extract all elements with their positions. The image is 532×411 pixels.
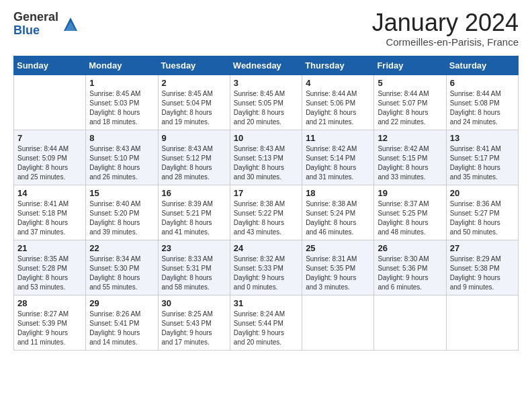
cell-week1-day1: 8Sunrise: 8:43 AM Sunset: 5:10 PM Daylig… xyxy=(86,130,158,185)
day-number: 28 xyxy=(17,298,82,308)
day-number: 1 xyxy=(89,78,154,88)
day-number: 17 xyxy=(234,188,298,198)
cell-week4-day1: 29Sunrise: 8:26 AM Sunset: 5:41 PM Dayli… xyxy=(86,295,158,351)
cell-week0-day4: 4Sunrise: 8:44 AM Sunset: 5:06 PM Daylig… xyxy=(302,75,374,130)
day-info: Sunrise: 8:33 AM Sunset: 5:31 PM Dayligh… xyxy=(162,255,226,292)
day-number: 19 xyxy=(378,188,442,198)
day-number: 11 xyxy=(306,133,370,143)
day-info: Sunrise: 8:43 AM Sunset: 5:10 PM Dayligh… xyxy=(89,144,154,182)
day-info: Sunrise: 8:26 AM Sunset: 5:41 PM Dayligh… xyxy=(89,310,154,347)
day-number: 15 xyxy=(89,188,154,198)
day-info: Sunrise: 8:44 AM Sunset: 5:08 PM Dayligh… xyxy=(450,89,515,127)
day-number: 20 xyxy=(450,188,515,198)
cell-week2-day0: 14Sunrise: 8:41 AM Sunset: 5:18 PM Dayli… xyxy=(14,185,86,240)
day-number: 26 xyxy=(378,243,442,253)
logo-blue-text: Blue xyxy=(13,24,58,38)
cell-week4-day6 xyxy=(446,295,518,351)
day-info: Sunrise: 8:43 AM Sunset: 5:13 PM Dayligh… xyxy=(234,144,298,182)
day-number: 9 xyxy=(162,133,226,143)
day-number: 16 xyxy=(162,188,226,198)
day-number: 14 xyxy=(17,188,82,198)
day-number: 13 xyxy=(450,133,515,143)
cell-week4-day3: 31Sunrise: 8:24 AM Sunset: 5:44 PM Dayli… xyxy=(230,295,302,351)
month-title: January 2024 xyxy=(372,11,519,35)
cell-week3-day1: 22Sunrise: 8:34 AM Sunset: 5:30 PM Dayli… xyxy=(86,240,158,295)
cell-week3-day6: 27Sunrise: 8:29 AM Sunset: 5:38 PM Dayli… xyxy=(446,240,518,295)
cell-week2-day1: 15Sunrise: 8:40 AM Sunset: 5:20 PM Dayli… xyxy=(86,185,158,240)
col-header-thursday: Thursday xyxy=(302,56,374,75)
location: Cormeilles-en-Parisis, France xyxy=(372,36,519,48)
day-info: Sunrise: 8:38 AM Sunset: 5:24 PM Dayligh… xyxy=(306,199,370,237)
cell-week2-day3: 17Sunrise: 8:38 AM Sunset: 5:22 PM Dayli… xyxy=(230,185,302,240)
cell-week3-day4: 25Sunrise: 8:31 AM Sunset: 5:35 PM Dayli… xyxy=(302,240,374,295)
day-info: Sunrise: 8:37 AM Sunset: 5:25 PM Dayligh… xyxy=(378,199,442,237)
day-number: 23 xyxy=(162,243,226,253)
cell-week2-day6: 20Sunrise: 8:36 AM Sunset: 5:27 PM Dayli… xyxy=(446,185,518,240)
day-info: Sunrise: 8:38 AM Sunset: 5:22 PM Dayligh… xyxy=(234,199,298,237)
day-number: 2 xyxy=(162,78,226,88)
day-number: 31 xyxy=(234,298,298,308)
cell-week2-day5: 19Sunrise: 8:37 AM Sunset: 5:25 PM Dayli… xyxy=(374,185,446,240)
day-info: Sunrise: 8:24 AM Sunset: 5:44 PM Dayligh… xyxy=(234,310,298,347)
day-info: Sunrise: 8:45 AM Sunset: 5:04 PM Dayligh… xyxy=(162,89,226,127)
day-info: Sunrise: 8:41 AM Sunset: 5:18 PM Dayligh… xyxy=(17,199,82,237)
day-number: 3 xyxy=(234,78,298,88)
day-number: 24 xyxy=(234,243,298,253)
day-number: 10 xyxy=(234,133,298,143)
cell-week2-day4: 18Sunrise: 8:38 AM Sunset: 5:24 PM Dayli… xyxy=(302,185,374,240)
day-info: Sunrise: 8:39 AM Sunset: 5:21 PM Dayligh… xyxy=(162,199,226,237)
col-header-saturday: Saturday xyxy=(446,56,518,75)
logo-icon xyxy=(61,15,80,34)
day-number: 7 xyxy=(17,133,82,143)
day-number: 5 xyxy=(378,78,442,88)
col-header-sunday: Sunday xyxy=(14,56,86,75)
cell-week0-day3: 3Sunrise: 8:45 AM Sunset: 5:05 PM Daylig… xyxy=(230,75,302,130)
logo-general-text: General xyxy=(13,11,58,24)
day-number: 29 xyxy=(89,298,154,308)
cell-week1-day3: 10Sunrise: 8:43 AM Sunset: 5:13 PM Dayli… xyxy=(230,130,302,185)
cell-week0-day0 xyxy=(14,75,86,130)
cell-week0-day1: 1Sunrise: 8:45 AM Sunset: 5:03 PM Daylig… xyxy=(86,75,158,130)
cell-week1-day5: 12Sunrise: 8:42 AM Sunset: 5:15 PM Dayli… xyxy=(374,130,446,185)
day-info: Sunrise: 8:40 AM Sunset: 5:20 PM Dayligh… xyxy=(89,199,154,237)
cell-week3-day0: 21Sunrise: 8:35 AM Sunset: 5:28 PM Dayli… xyxy=(14,240,86,295)
calendar-table: SundayMondayTuesdayWednesdayThursdayFrid… xyxy=(13,56,519,351)
cell-week1-day2: 9Sunrise: 8:43 AM Sunset: 5:12 PM Daylig… xyxy=(158,130,230,185)
day-info: Sunrise: 8:30 AM Sunset: 5:36 PM Dayligh… xyxy=(378,255,442,292)
day-info: Sunrise: 8:43 AM Sunset: 5:12 PM Dayligh… xyxy=(162,144,226,182)
col-header-wednesday: Wednesday xyxy=(230,56,302,75)
cell-week3-day2: 23Sunrise: 8:33 AM Sunset: 5:31 PM Dayli… xyxy=(158,240,230,295)
day-info: Sunrise: 8:27 AM Sunset: 5:39 PM Dayligh… xyxy=(17,310,82,347)
day-info: Sunrise: 8:44 AM Sunset: 5:06 PM Dayligh… xyxy=(306,89,370,127)
day-number: 12 xyxy=(378,133,442,143)
day-number: 22 xyxy=(89,243,154,253)
day-info: Sunrise: 8:44 AM Sunset: 5:07 PM Dayligh… xyxy=(378,89,442,127)
day-info: Sunrise: 8:34 AM Sunset: 5:30 PM Dayligh… xyxy=(89,255,154,292)
cell-week0-day2: 2Sunrise: 8:45 AM Sunset: 5:04 PM Daylig… xyxy=(158,75,230,130)
day-number: 27 xyxy=(450,243,515,253)
cell-week4-day5 xyxy=(374,295,446,351)
day-info: Sunrise: 8:32 AM Sunset: 5:33 PM Dayligh… xyxy=(234,255,298,292)
cell-week1-day6: 13Sunrise: 8:41 AM Sunset: 5:17 PM Dayli… xyxy=(446,130,518,185)
day-info: Sunrise: 8:25 AM Sunset: 5:43 PM Dayligh… xyxy=(162,310,226,347)
day-info: Sunrise: 8:44 AM Sunset: 5:09 PM Dayligh… xyxy=(17,144,82,182)
cell-week3-day3: 24Sunrise: 8:32 AM Sunset: 5:33 PM Dayli… xyxy=(230,240,302,295)
day-info: Sunrise: 8:42 AM Sunset: 5:15 PM Dayligh… xyxy=(378,144,442,182)
day-number: 30 xyxy=(162,298,226,308)
day-number: 4 xyxy=(306,78,370,88)
col-header-monday: Monday xyxy=(86,56,158,75)
cell-week2-day2: 16Sunrise: 8:39 AM Sunset: 5:21 PM Dayli… xyxy=(158,185,230,240)
cell-week4-day4 xyxy=(302,295,374,351)
day-info: Sunrise: 8:45 AM Sunset: 5:05 PM Dayligh… xyxy=(234,89,298,127)
title-area: January 2024 Cormeilles-en-Parisis, Fran… xyxy=(372,11,519,48)
day-number: 6 xyxy=(450,78,515,88)
col-header-friday: Friday xyxy=(374,56,446,75)
cell-week1-day0: 7Sunrise: 8:44 AM Sunset: 5:09 PM Daylig… xyxy=(14,130,86,185)
header: General Blue January 2024 Cormeilles-en-… xyxy=(13,11,519,48)
day-number: 25 xyxy=(306,243,370,253)
cell-week0-day6: 6Sunrise: 8:44 AM Sunset: 5:08 PM Daylig… xyxy=(446,75,518,130)
cell-week4-day0: 28Sunrise: 8:27 AM Sunset: 5:39 PM Dayli… xyxy=(14,295,86,351)
cell-week3-day5: 26Sunrise: 8:30 AM Sunset: 5:36 PM Dayli… xyxy=(374,240,446,295)
day-info: Sunrise: 8:29 AM Sunset: 5:38 PM Dayligh… xyxy=(450,255,515,292)
logo: General Blue xyxy=(13,11,80,38)
